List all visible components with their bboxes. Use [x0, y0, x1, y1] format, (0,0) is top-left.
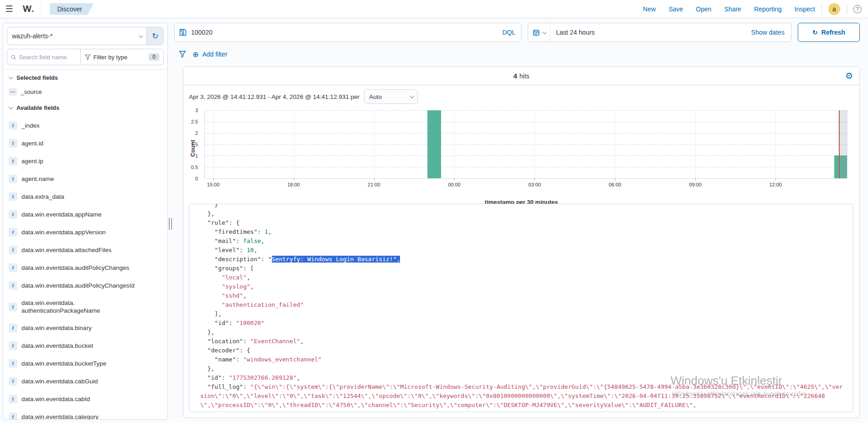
query-bar: DQL	[174, 23, 521, 42]
field-type-icon: t	[9, 359, 17, 368]
index-refresh-button[interactable]: ↻	[146, 27, 164, 45]
x-tick-label: 21:00	[368, 182, 380, 187]
histogram-bar[interactable]	[427, 110, 441, 178]
results-card: 4 hits ⚙ Apr 3, 2026 @ 14:41:12.931 - Ap…	[183, 67, 860, 418]
available-fields-list: t_indextagent.idtagent.iptagent.nametdat…	[3, 114, 167, 420]
gridline	[615, 110, 615, 178]
x-tick-label: 03:00	[528, 182, 541, 187]
x-tick-mark	[294, 178, 294, 181]
field-name: data.win.eventdata.appVersion	[21, 228, 106, 236]
gridline	[213, 110, 214, 178]
nav-link-save[interactable]: Save	[669, 5, 683, 13]
field-item[interactable]: tdata.win.eventdata.authenticationPackag…	[3, 294, 167, 319]
field-name: _source	[21, 88, 42, 95]
y-tick-label: 2.5	[191, 119, 198, 124]
search-input[interactable]	[191, 29, 497, 36]
field-item[interactable]: tdata.win.eventdata.binary	[3, 319, 167, 337]
field-item[interactable]: tdata.extra_data	[3, 188, 167, 206]
field-item[interactable]: tdata.win.eventdata.auditPolicyChanges	[3, 259, 167, 277]
x-tick-mark	[535, 178, 535, 181]
y-tick-label: 0	[195, 176, 198, 181]
help-icon[interactable]: ?	[853, 5, 862, 13]
available-fields-label: Available fields	[16, 104, 59, 111]
y-tick-label: 2	[195, 130, 198, 136]
nav-link-new[interactable]: New	[643, 5, 656, 13]
field-item[interactable]: tdata.win.eventdata.attachedFiles	[3, 241, 167, 259]
field-item[interactable]: tdata.win.eventdata.appName	[3, 206, 167, 223]
refresh-icon: ↻	[812, 29, 818, 36]
gridline	[205, 144, 847, 145]
nav-link-share[interactable]: Share	[724, 5, 741, 13]
field-type-icon: t	[9, 121, 17, 130]
add-filter-button[interactable]: ⊕ Add filter	[192, 50, 228, 59]
sidebar-resize-handle[interactable]	[169, 218, 172, 230]
field-name: data.win.eventdata.auditPolicyChangesId	[21, 282, 135, 289]
field-item-source[interactable]: </> _source	[3, 84, 167, 100]
gridline	[205, 155, 847, 156]
field-item[interactable]: tdata.win.eventdata.cabGuid	[3, 372, 167, 390]
field-item[interactable]: t_index	[3, 117, 167, 134]
nav-link-reporting[interactable]: Reporting	[754, 5, 782, 13]
field-type-icon: t	[9, 341, 17, 350]
json-doc: } }, "rule": { "firedtimes": 1, "mail": …	[189, 204, 853, 410]
x-tick-label: 06:00	[608, 182, 621, 187]
field-name: data.win.eventdata.category	[21, 413, 99, 420]
logo-letter: W	[23, 4, 31, 14]
field-item[interactable]: tagent.id	[3, 134, 167, 152]
field-item[interactable]: tagent.ip	[3, 152, 167, 170]
avatar[interactable]: a	[828, 3, 840, 15]
x-tick-mark	[615, 178, 615, 181]
field-name: _index	[21, 122, 40, 129]
interval-select[interactable]: Auto	[364, 89, 418, 104]
time-range-value[interactable]: Last 24 hours	[551, 29, 600, 36]
field-name: data.win.eventdata.cabId	[21, 395, 90, 403]
gridline	[454, 110, 455, 178]
field-type-icon: t	[9, 228, 17, 237]
y-axis-labels: 32.521.510.50	[183, 110, 202, 179]
field-name: data.win.eventdata.binary	[21, 324, 92, 332]
field-type-icon: t	[9, 324, 17, 332]
field-search-box	[7, 49, 81, 65]
field-item[interactable]: tdata.win.eventdata.bucketType	[3, 355, 167, 372]
field-name: data.win.eventdata.bucketType	[21, 360, 106, 367]
field-item[interactable]: tdata.win.eventdata.appVersion	[3, 223, 167, 241]
menu-icon[interactable]: ☰	[0, 4, 18, 14]
x-tick-label: 09:00	[689, 182, 702, 187]
selected-fields-header[interactable]: Selected fields	[3, 70, 167, 84]
available-fields-header[interactable]: Available fields	[3, 100, 167, 114]
field-item[interactable]: tdata.win.eventdata.category	[3, 408, 167, 420]
tab-discover[interactable]: Discover	[50, 3, 94, 15]
current-time-line	[839, 110, 840, 178]
refresh-button[interactable]: ↻ Refresh	[798, 23, 860, 42]
field-item[interactable]: tagent.name	[3, 170, 167, 188]
field-item[interactable]: tdata.win.eventdata.auditPolicyChangesId	[3, 277, 167, 294]
selected-text: Sentryfy: Windows Login Basarisiz!",	[272, 256, 400, 263]
refresh-label: Refresh	[821, 29, 845, 36]
field-name: agent.name	[21, 175, 54, 183]
field-type-icon: t	[9, 192, 17, 201]
hits-header: 4 hits ⚙	[183, 67, 859, 85]
field-item[interactable]: tdata.win.eventdata.bucket	[3, 337, 167, 355]
y-tick-label: 0.5	[191, 165, 198, 170]
field-search-input[interactable]	[19, 54, 76, 61]
gear-icon[interactable]: ⚙	[845, 71, 853, 81]
save-query-icon[interactable]	[179, 29, 187, 36]
field-name: data.win.eventdata.bucket	[21, 342, 93, 350]
field-name: data.win.eventdata.auditPolicyChanges	[21, 264, 129, 272]
calendar-button[interactable]	[528, 23, 551, 41]
index-pattern-select[interactable]: wazuh-alerts-*	[7, 27, 146, 45]
field-name: data.extra_data	[21, 193, 64, 201]
show-dates-button[interactable]: Show dates	[751, 29, 791, 36]
nav-link-inspect[interactable]: Inspect	[795, 5, 815, 13]
app-logo[interactable]: W.	[18, 0, 42, 18]
field-item[interactable]: tdata.win.eventdata.cabId	[3, 390, 167, 408]
field-type-icon: t	[9, 246, 17, 254]
nav-link-open[interactable]: Open	[696, 5, 712, 13]
field-type-icon: t	[9, 395, 17, 403]
field-type-icon: t	[9, 303, 17, 311]
x-tick-label: 18:00	[287, 182, 300, 187]
filter-icon[interactable]	[179, 51, 186, 58]
filter-by-type-button[interactable]: Filter by type 0	[81, 49, 163, 65]
query-language-button[interactable]: DQL	[501, 27, 516, 38]
field-type-icon: t	[9, 413, 17, 420]
